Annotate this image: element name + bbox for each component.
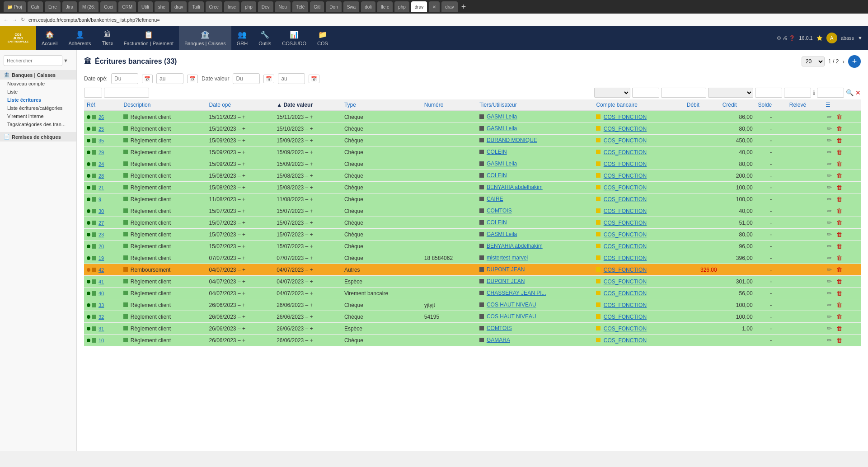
compte-link[interactable]: COS_FONCTION [604,161,647,167]
nav-grh[interactable]: 👥 GRH [231,26,253,50]
tab-doli[interactable]: doli [361,1,375,12]
tiers-link[interactable]: GASMI Leila [487,231,517,237]
delete-btn[interactable]: 🗑 [835,195,844,203]
edit-btn[interactable]: ✏ [826,125,833,132]
tab-taili[interactable]: Taili [188,1,203,12]
tiers-link[interactable]: DUPONT JEAN [487,278,525,284]
edit-btn[interactable]: ✏ [826,195,833,203]
compte-link[interactable]: COS_FONCTION [604,114,647,120]
tab-jira[interactable]: Jira [62,1,77,12]
tab-nou[interactable]: Nou [275,1,291,12]
tab-dev[interactable]: Dev [258,1,273,12]
tiers-link[interactable]: BENYAHIA abdelhakim [487,243,543,249]
delete-btn[interactable]: 🗑 [835,160,844,168]
nav-adherents[interactable]: 👤 Adhérents [63,26,96,50]
tiers-link[interactable]: GASMI Leila [487,160,517,167]
delete-btn[interactable]: 🗑 [835,325,844,332]
edit-btn[interactable]: ✏ [826,137,833,144]
col-compte[interactable]: Compte bancaire [593,99,684,111]
tab-crec[interactable]: Crec [206,1,222,12]
tiers-link[interactable]: COMTOIS [487,208,512,214]
tiers-link[interactable]: COMTOIS [487,325,512,331]
ref-link[interactable]: 23 [99,232,104,237]
date-ope-from-input[interactable] [111,73,138,84]
delete-btn[interactable]: 🗑 [835,278,844,285]
debit-filter-input[interactable] [755,88,782,98]
nav-banques[interactable]: 🏦 Banques | Caisses [179,26,231,50]
col-type[interactable]: Type [342,99,422,111]
date-valeur-to-cal-btn[interactable]: 📅 [309,75,319,83]
sidebar-item-nouveau-compte[interactable]: Nouveau compte [0,80,76,88]
sidebar-item-liste-ecritures[interactable]: Liste écritures [0,96,76,104]
date-ope-from-cal-btn[interactable]: 📅 [142,75,153,83]
compte-link[interactable]: COS_FONCTION [604,137,647,144]
ref-link[interactable]: 42 [99,267,104,273]
ref-link[interactable]: 40 [99,291,104,296]
tab-utili[interactable]: Utili [138,1,153,12]
tab-drav-active[interactable]: drav [411,1,427,12]
tiers-link[interactable]: DURAND MONIQUE [487,137,537,143]
edit-btn[interactable]: ✏ [826,148,833,156]
edit-btn[interactable]: ✏ [826,160,833,168]
add-record-btn[interactable]: + [848,55,861,68]
tab-drav2[interactable]: drav [441,1,457,12]
date-valeur-to-input[interactable] [278,73,305,84]
sidebar-item-liste-ecritures-cat[interactable]: Liste écritures/catégories [0,104,76,112]
next-page-btn[interactable]: › [842,58,845,65]
numero-filter-input[interactable] [632,88,659,98]
sidebar-item-virement[interactable]: Virement interne [0,112,76,120]
tiers-link[interactable]: BENYAHIA abdelhakim [487,184,543,190]
compte-link[interactable]: COS_FONCTION [604,184,647,191]
ref-link[interactable]: 9 [99,197,101,202]
tab-don[interactable]: Don [326,1,341,12]
col-ref[interactable]: Réf. [84,99,121,111]
compte-link[interactable]: COS_FONCTION [604,149,647,156]
type-filter-select[interactable]: Chèque Espèce Autres Virement bancaire [594,88,630,98]
compte-link[interactable]: COS_FONCTION [604,337,647,344]
col-credit[interactable]: Crédit [720,99,755,111]
edit-btn[interactable]: ✏ [826,113,833,121]
edit-btn[interactable]: ✏ [826,242,833,250]
delete-btn[interactable]: 🗑 [835,219,844,226]
date-valeur-from-cal-btn[interactable]: 📅 [263,75,274,83]
compte-filter-select[interactable]: COS_FONCTION [708,88,753,98]
delete-btn[interactable]: 🗑 [835,148,844,156]
tab-erre[interactable]: Erre [45,1,61,12]
compte-link[interactable]: COS_FONCTION [604,302,647,308]
ref-link[interactable]: 33 [99,302,104,308]
ref-link[interactable]: 25 [99,126,104,132]
col-debit[interactable]: Débit [684,99,720,111]
ref-link[interactable]: 24 [99,161,104,167]
compte-link[interactable]: COS_FONCTION [604,314,647,320]
compte-link[interactable]: COS_FONCTION [604,173,647,179]
ref-filter-input[interactable] [84,88,102,98]
tiers-link[interactable]: COLEIN [487,172,507,179]
delete-btn[interactable]: 🗑 [835,301,844,309]
ref-link[interactable]: 32 [99,314,104,320]
tab-php1[interactable]: php [241,1,256,12]
tab-x[interactable]: ✕ [429,1,440,12]
reload-btn[interactable]: ↻ [21,17,25,23]
date-ope-to-input[interactable] [156,73,183,84]
ref-link[interactable]: 30 [99,208,104,214]
new-tab-btn[interactable]: + [461,2,466,12]
delete-btn[interactable]: 🗑 [835,172,844,179]
delete-btn[interactable]: 🗑 [835,184,844,191]
col-tiers[interactable]: Tiers/Utilisateur [477,99,594,111]
ref-link[interactable]: 29 [99,150,104,155]
ref-link[interactable]: 31 [99,326,104,331]
sidebar-search-dropdown[interactable]: ▼ [63,58,68,63]
tiers-link[interactable]: CHASSERAY JEAN PI... [487,290,546,296]
tab-m[interactable]: M (26: [79,1,99,12]
clear-filter-btn[interactable]: ✕ [855,89,861,96]
delete-btn[interactable]: 🗑 [835,207,844,215]
releve-filter-input[interactable] [817,88,844,98]
tab-coci[interactable]: Coci [100,1,117,12]
edit-btn[interactable]: ✏ [826,301,833,309]
edit-btn[interactable]: ✏ [826,266,833,274]
col-numero[interactable]: Numéro [422,99,477,111]
compte-link[interactable]: COS_FONCTION [604,243,647,250]
tab-proj[interactable]: 📁 Proj [4,1,26,12]
edit-btn[interactable]: ✏ [826,313,833,321]
tab-ilec[interactable]: Ile c [377,1,393,12]
